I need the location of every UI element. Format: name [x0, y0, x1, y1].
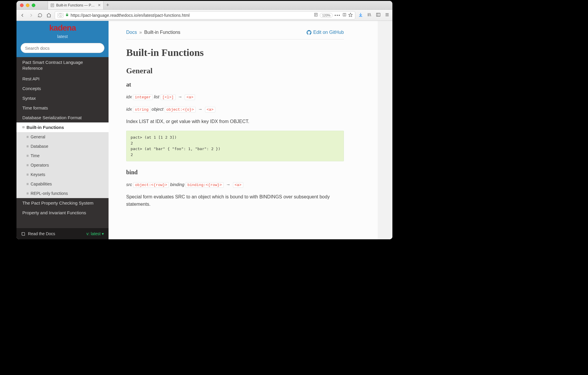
nav-subitem[interactable]: ⊞Database — [16, 142, 109, 151]
nav-item[interactable]: Pact Smart Contract Language Reference — [16, 57, 109, 74]
nav-subitem[interactable]: ⊞General — [16, 132, 109, 142]
nav-item[interactable]: Rest API — [16, 74, 109, 84]
sig-param: src — [126, 182, 132, 187]
sig-param: idx — [126, 94, 132, 99]
reload-button[interactable] — [37, 13, 43, 18]
zoom-window-button[interactable] — [32, 4, 35, 7]
close-tab-button[interactable]: ✕ — [98, 3, 101, 7]
brand-logo[interactable]: kadena — [16, 23, 109, 33]
collapse-icon: ⊟ — [22, 126, 25, 129]
page-title: Built-in Functions — [126, 47, 344, 58]
nav-item-current[interactable]: ⊟Built-in Functions — [16, 122, 109, 132]
library-icon[interactable] — [367, 12, 372, 18]
downloads-icon[interactable] — [358, 12, 363, 18]
nav-subitem[interactable]: ⊞Keysets — [16, 170, 109, 179]
sig-param: object — [151, 107, 163, 112]
arrow-icon: → — [226, 182, 230, 187]
nav-item[interactable]: Syntax — [16, 93, 109, 103]
container-icon[interactable] — [342, 13, 347, 18]
breadcrumb: Docs » Built-in Functions — [126, 30, 180, 35]
address-bar[interactable]: ⓘ https://pact-language.readthedocs.io/e… — [55, 11, 355, 19]
url-text: https://pact-language.readthedocs.io/en/… — [71, 13, 312, 18]
sidebar-toggle-icon[interactable] — [376, 12, 381, 18]
search-input[interactable] — [21, 43, 104, 53]
home-button[interactable] — [46, 13, 52, 18]
breadcrumb-separator: » — [139, 30, 142, 35]
zoom-badge[interactable]: 120% — [320, 13, 333, 18]
bookmark-star-icon[interactable] — [348, 13, 353, 18]
close-window-button[interactable] — [20, 4, 24, 7]
page-icon — [50, 3, 54, 7]
browser-tab[interactable]: Built-in Functions — Pact Lang… ✕ — [48, 1, 104, 9]
nav-subitem[interactable]: ⊞Capabilities — [16, 179, 109, 189]
nav-item-label: Built-in Functions — [26, 125, 64, 130]
menu-button[interactable] — [385, 12, 389, 18]
sig-param: binding — [170, 182, 184, 187]
scroll-gutter — [378, 21, 392, 239]
svg-rect-16 — [377, 13, 380, 16]
divider — [126, 39, 344, 39]
nav-item-label: Operators — [31, 163, 49, 167]
github-link-label: Edit on GitHub — [313, 30, 344, 35]
sig-type: binding:<{row}> — [186, 182, 224, 188]
expand-icon: ⊞ — [26, 173, 29, 176]
expand-icon: ⊞ — [26, 135, 29, 138]
tab-title: Built-in Functions — Pact Lang… — [56, 3, 96, 7]
section-heading-general: General — [126, 67, 344, 75]
signature-bind: src object:<{row}> binding binding:<{row… — [126, 181, 344, 188]
version-label: latest — [16, 33, 109, 42]
edit-on-github-link[interactable]: Edit on GitHub — [307, 30, 344, 35]
nav-item-label: Database — [31, 144, 48, 149]
nav-item[interactable]: Concepts — [16, 84, 109, 93]
rtd-flyout[interactable]: Read the Docs v: latest ▾ — [16, 228, 109, 239]
sig-type: integer — [133, 94, 153, 100]
book-icon — [21, 232, 26, 236]
expand-icon: ⊞ — [26, 192, 29, 195]
svg-line-15 — [370, 13, 371, 16]
page-actions-ellipsis[interactable]: ••• — [334, 13, 341, 18]
nav-subitem[interactable]: ⊞Operators — [16, 160, 109, 170]
rtd-label: Read the Docs — [28, 231, 55, 236]
nav-item-label: REPL-only functions — [31, 191, 68, 196]
window-controls — [16, 4, 39, 7]
forward-button[interactable] — [28, 13, 34, 18]
nav-item-label: Capabilities — [31, 182, 52, 186]
rtd-version: v: latest — [86, 231, 101, 236]
breadcrumb-docs-link[interactable]: Docs — [126, 30, 137, 35]
section-heading-bind: bind — [126, 169, 344, 176]
expand-icon: ⊞ — [26, 145, 29, 148]
nav-item-label: Time — [31, 153, 40, 158]
nav-subitem[interactable]: ⊞Time — [16, 151, 109, 160]
sig-type: object:<{o}> — [165, 107, 196, 112]
sig-type: <a> — [233, 182, 243, 188]
reader-mode-icon[interactable] — [314, 13, 318, 18]
expand-icon: ⊞ — [26, 154, 29, 157]
nav-tree: Pact Smart Contract Language Reference R… — [16, 57, 109, 228]
minimize-window-button[interactable] — [26, 4, 29, 7]
main-content: Docs » Built-in Functions Edit on GitHub… — [109, 21, 378, 239]
arrow-icon: → — [198, 107, 202, 112]
nav-subitem[interactable]: ⊞REPL-only functions — [16, 189, 109, 198]
nav-item-label: General — [31, 135, 45, 139]
sig-type: string — [133, 107, 150, 112]
nav-item[interactable]: The Pact Property Checking System — [16, 198, 109, 208]
sig-param: idx — [126, 107, 132, 112]
site-info-button[interactable]: ⓘ — [57, 13, 64, 18]
bind-description: Special form evaluates SRC to an object … — [126, 193, 344, 208]
sig-type: object:<{row}> — [133, 182, 169, 188]
breadcrumb-current: Built-in Functions — [144, 30, 180, 35]
nav-item[interactable]: Database Serialization Format — [16, 113, 109, 122]
back-button[interactable] — [19, 13, 25, 18]
nav-item-label: Keysets — [31, 172, 45, 177]
new-tab-button[interactable]: + — [104, 2, 112, 8]
sig-type: <a> — [185, 94, 195, 100]
lock-icon — [65, 13, 69, 18]
signature-at-2: idx string object object:<{o}> → <a> — [126, 106, 344, 113]
nav-item[interactable]: Time formats — [16, 103, 109, 113]
arrow-icon: → — [178, 94, 182, 99]
browser-window: Built-in Functions — Pact Lang… ✕ + ⓘ ht… — [16, 1, 392, 239]
sig-type: [<l>] — [161, 94, 176, 100]
svg-marker-10 — [349, 13, 352, 17]
expand-icon: ⊞ — [26, 164, 29, 167]
nav-item[interactable]: Property and Invariant Functions — [16, 208, 109, 218]
